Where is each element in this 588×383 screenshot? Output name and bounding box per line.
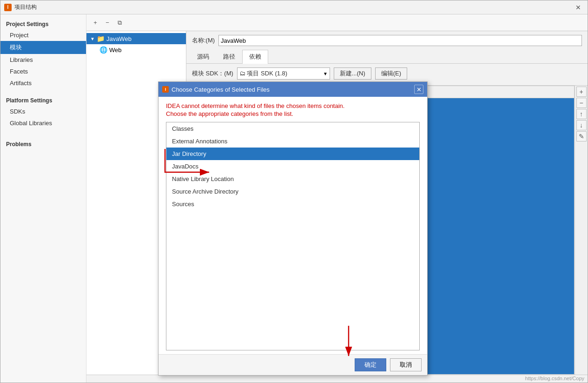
- app-icon: I: [4, 4, 12, 11]
- problems-section: Problems: [0, 138, 86, 149]
- sdk-select-text: 🗂 项目 SDK (1.8): [239, 69, 321, 78]
- sdk-select[interactable]: 🗂 项目 SDK (1.8) ▼: [237, 67, 330, 80]
- folder-icon: 📁: [97, 35, 105, 42]
- tabs-row: 源码 路径 依赖: [186, 50, 588, 64]
- dep-move-up-button[interactable]: ↑: [576, 109, 587, 119]
- dep-edit-button[interactable]: ✎: [576, 131, 587, 141]
- module-tree-item-web[interactable]: 🌐 Web: [86, 44, 186, 55]
- window-title: 项目结构: [14, 3, 37, 11]
- dep-sidebar-buttons: + − ↑ ↓ ✎: [575, 86, 588, 375]
- sidebar-item-sdks[interactable]: SDKs: [0, 106, 86, 117]
- sidebar-item-module[interactable]: 模块: [0, 41, 86, 54]
- module-tree-item-javaweb[interactable]: ▼ 📁 JavaWeb: [86, 33, 186, 44]
- platform-settings-section: Platform Settings: [0, 94, 86, 106]
- dep-move-down-button[interactable]: ↓: [576, 120, 587, 130]
- title-bar: I 项目结构 ✕: [0, 0, 588, 14]
- dialog-title-bar: I Choose Categories of Selected Files ✕: [159, 82, 427, 97]
- category-item-sources[interactable]: Sources: [166, 198, 419, 210]
- category-list: Classes External Annotations Jar Directo…: [166, 122, 420, 350]
- remove-module-button[interactable]: −: [102, 18, 112, 28]
- window-close-button[interactable]: ✕: [573, 3, 584, 12]
- dialog-content: IDEA cannot determine what kind of files…: [159, 97, 427, 354]
- sdk-label: 模块 SDK：(M): [192, 69, 233, 78]
- sdk-edit-button[interactable]: 编辑(E): [375, 67, 407, 80]
- sidebar-item-facets[interactable]: Facets: [0, 66, 86, 77]
- dialog-close-button[interactable]: ✕: [414, 85, 423, 94]
- project-settings-section: Project Settings: [0, 18, 86, 29]
- add-module-button[interactable]: +: [90, 18, 100, 28]
- web-icon: 🌐: [99, 46, 107, 54]
- sidebar-item-global-libraries[interactable]: Global Libraries: [0, 117, 86, 129]
- category-item-classes[interactable]: Classes: [166, 122, 419, 135]
- category-dialog: I Choose Categories of Selected Files ✕ …: [158, 81, 428, 376]
- sidebar: Project Settings Project 模块 Libraries Fa…: [0, 14, 86, 383]
- tab-deps[interactable]: 依赖: [242, 50, 268, 64]
- dialog-title-text: Choose Categories of Selected Files: [172, 86, 270, 93]
- dialog-app-icon: I: [162, 86, 169, 93]
- category-item-jar-directory[interactable]: Jar Directory: [166, 148, 419, 160]
- name-input[interactable]: [218, 35, 582, 46]
- sdk-row: 模块 SDK：(M) 🗂 项目 SDK (1.8) ▼ 新建...(N) 编辑(…: [186, 64, 588, 83]
- category-item-source-archive[interactable]: Source Archive Directory: [166, 185, 419, 198]
- title-bar-left: I 项目结构: [4, 3, 37, 11]
- dialog-message-main: IDEA cannot determine what kind of files…: [166, 102, 420, 109]
- top-toolbar: + − ⧉: [86, 14, 588, 31]
- tab-path[interactable]: 路径: [216, 50, 242, 63]
- name-row: 名称:(M): [186, 31, 588, 50]
- copy-module-button[interactable]: ⧉: [114, 18, 125, 28]
- dep-add-button[interactable]: +: [576, 87, 587, 97]
- name-label: 名称:(M): [192, 36, 215, 45]
- category-item-native-library[interactable]: Native Library Location: [166, 173, 419, 185]
- sdk-dropdown-arrow-icon: ▼: [323, 71, 328, 76]
- sdk-new-button[interactable]: 新建...(N): [334, 67, 371, 80]
- dialog-cancel-button[interactable]: 取消: [390, 358, 422, 371]
- category-item-external-annotations[interactable]: External Annotations: [166, 135, 419, 148]
- watermark: https://blog.csdn.net/Copy: [525, 376, 584, 381]
- sidebar-item-artifacts[interactable]: Artifacts: [0, 77, 86, 89]
- bottom-buttons: [86, 375, 588, 383]
- sidebar-item-project[interactable]: Project: [0, 29, 86, 41]
- dialog-message-sub: Choose the appropriate categories from t…: [166, 110, 420, 117]
- dialog-footer: 确定 取消: [159, 354, 427, 375]
- category-item-javadocs[interactable]: JavaDocs: [166, 160, 419, 173]
- dialog-ok-button[interactable]: 确定: [355, 358, 386, 371]
- sidebar-item-libraries[interactable]: Libraries: [0, 54, 86, 66]
- tree-expand-arrow: ▼: [90, 36, 95, 41]
- category-list-empty-space: [166, 210, 419, 350]
- dep-remove-button[interactable]: −: [576, 98, 587, 108]
- dialog-title-left: I Choose Categories of Selected Files: [162, 86, 270, 93]
- tab-source[interactable]: 源码: [190, 50, 216, 63]
